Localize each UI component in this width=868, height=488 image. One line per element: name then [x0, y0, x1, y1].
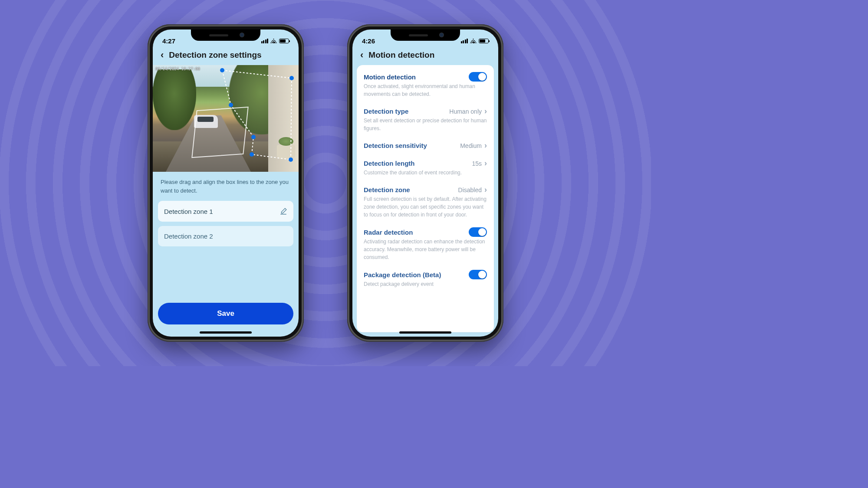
camera-timestamp: 09/14/2024 18:27:00 — [155, 67, 200, 71]
motion-label: Motion detection — [364, 73, 416, 81]
svg-point-4 — [250, 152, 254, 157]
signal-icon — [261, 39, 269, 43]
wifi-icon — [470, 39, 477, 43]
zone-row[interactable]: Detection zone Disabled› Full screen det… — [364, 184, 487, 226]
camera-preview[interactable]: 09/14/2024 18:27:00 — [153, 65, 299, 172]
edit-icon[interactable] — [279, 207, 287, 215]
settings-card: Motion detection Once activated, slight … — [357, 65, 494, 332]
phone-left: 4:27 ‹ Detection zone settings 09/14/202… — [148, 24, 304, 342]
nav-header: ‹ Motion detection — [352, 47, 498, 65]
motion-desc: Once activated, slight environmental and… — [364, 82, 487, 104]
radar-toggle[interactable] — [469, 227, 487, 237]
back-icon[interactable]: ‹ — [358, 49, 365, 61]
sensitivity-value: Medium — [460, 142, 482, 149]
svg-point-2 — [289, 76, 294, 80]
package-toggle[interactable] — [469, 270, 487, 279]
zone-label: Detection zone — [364, 186, 410, 193]
screen-right: 4:26 ‹ Motion detection Motion detection… — [352, 29, 498, 337]
radar-label: Radar detection — [364, 229, 413, 236]
package-label: Package detection (Beta) — [364, 271, 441, 278]
package-desc: Detect package delivery event — [364, 280, 487, 294]
status-icons — [461, 39, 489, 43]
nav-header: ‹ Detection zone settings — [153, 47, 299, 65]
zone-value: Disabled — [458, 187, 482, 193]
chevron-right-icon: › — [484, 159, 487, 168]
status-time: 4:26 — [362, 37, 375, 45]
detection-type-value: Human only — [449, 108, 482, 115]
radar-row: Radar detection Activating radar detecti… — [364, 226, 487, 269]
wifi-icon — [270, 39, 277, 43]
motion-detection-block: Motion detection Once activated, slight … — [364, 71, 487, 106]
hint-text: Please drag and align the box lines to t… — [158, 178, 293, 201]
phone-right: 4:26 ‹ Motion detection Motion detection… — [347, 24, 503, 342]
length-value: 15s — [472, 160, 482, 167]
length-label: Detection length — [364, 160, 415, 167]
length-row[interactable]: Detection length 15s› Customize the dura… — [364, 158, 487, 184]
content-area: Motion detection Once activated, slight … — [352, 65, 498, 337]
background-rings — [0, 0, 651, 366]
zone-row-2[interactable]: Detection zone 2 — [158, 226, 293, 246]
zone-polygon-primary[interactable] — [218, 68, 295, 162]
page-title: Motion detection — [368, 50, 434, 60]
screen-left: 4:27 ‹ Detection zone settings 09/14/202… — [153, 29, 299, 337]
svg-marker-0 — [222, 70, 292, 160]
battery-icon — [479, 39, 489, 43]
detection-type-row[interactable]: Detection type Human only› Set all event… — [364, 106, 487, 140]
length-desc: Customize the duration of event recordin… — [364, 169, 487, 183]
motion-toggle[interactable] — [469, 72, 487, 82]
zone-row-1[interactable]: Detection zone 1 — [158, 201, 293, 222]
chevron-right-icon: › — [484, 185, 487, 194]
package-row: Package detection (Beta) Detect package … — [364, 269, 487, 296]
detection-type-desc: Set all event detection or precise detec… — [364, 117, 487, 138]
svg-point-1 — [220, 68, 224, 72]
svg-point-6 — [229, 103, 233, 107]
radar-desc: Activating radar detection can enhance t… — [364, 238, 487, 267]
status-time: 4:27 — [162, 37, 175, 45]
save-button[interactable]: Save — [158, 303, 293, 324]
chevron-right-icon: › — [484, 141, 487, 150]
home-indicator[interactable] — [200, 331, 252, 334]
zone-desc: Full screen detection is set by default.… — [364, 195, 487, 225]
chevron-right-icon: › — [484, 107, 487, 116]
back-icon[interactable]: ‹ — [159, 49, 165, 61]
page-title: Detection zone settings — [169, 50, 261, 60]
zone-label: Detection zone 2 — [164, 233, 213, 240]
home-indicator[interactable] — [399, 331, 451, 334]
svg-point-3 — [289, 157, 293, 162]
sensitivity-row[interactable]: Detection sensitivity Medium› — [364, 140, 487, 158]
signal-icon — [461, 39, 468, 43]
status-icons — [261, 39, 289, 43]
zone-label: Detection zone 1 — [164, 208, 213, 215]
svg-point-5 — [251, 135, 256, 139]
sensitivity-label: Detection sensitivity — [364, 142, 427, 149]
notch — [391, 29, 460, 41]
detection-type-label: Detection type — [364, 108, 408, 115]
battery-icon — [279, 39, 289, 43]
notch — [191, 29, 260, 41]
content-area: Please drag and align the box lines to t… — [153, 172, 299, 337]
